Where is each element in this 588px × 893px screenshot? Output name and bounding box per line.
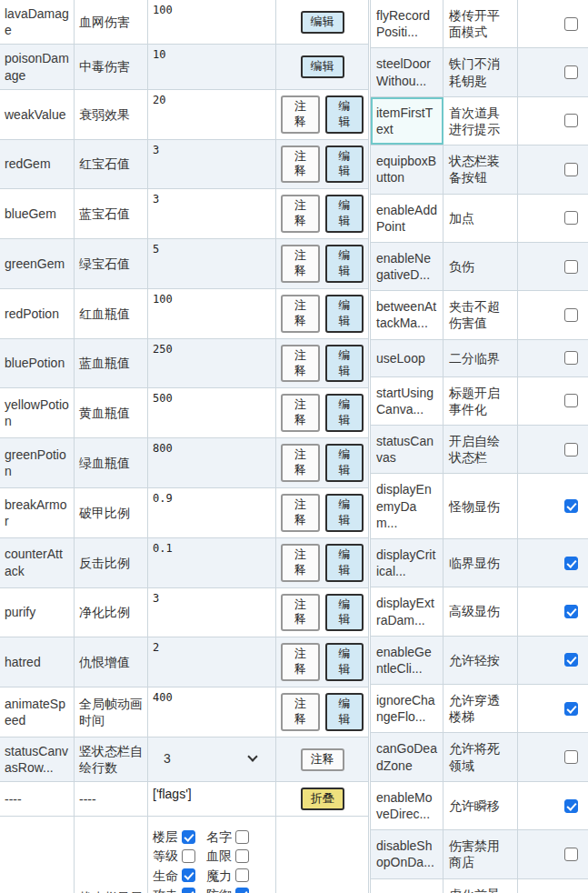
config-key[interactable]: ignoreChangeFlo...	[371, 685, 443, 732]
comment-button[interactable]: 注释	[281, 245, 320, 283]
config-key[interactable]: statusCanvasRow...	[0, 737, 75, 781]
edit-button[interactable]: 编辑	[325, 643, 364, 681]
edit-button[interactable]: 编辑	[325, 345, 364, 383]
comment-button[interactable]: 注释	[281, 295, 320, 333]
config-value-cell[interactable]: 3	[148, 140, 276, 189]
config-value-cell[interactable]: 20	[148, 90, 276, 139]
comment-button[interactable]: 注释	[281, 594, 320, 632]
config-key[interactable]: hatred	[0, 637, 75, 687]
statusbar-option-生命-checkbox[interactable]	[182, 868, 195, 882]
config-key[interactable]: redPotion	[0, 289, 75, 338]
enableMoveDirec...-checkbox[interactable]	[564, 799, 578, 813]
statusbar-option-楼层-checkbox[interactable]	[182, 830, 195, 844]
config-value-cell[interactable]: 3	[148, 737, 276, 781]
comment-button[interactable]: 注释	[281, 444, 320, 482]
collapse-button[interactable]: 折叠	[301, 788, 344, 810]
itemFirstText-checkbox[interactable]	[564, 114, 578, 127]
config-key[interactable]: redGem	[0, 140, 75, 189]
config-key[interactable]: displayCritical...	[371, 539, 443, 587]
config-key[interactable]: blurFg	[371, 879, 443, 893]
config-key[interactable]: itemFirstText	[371, 97, 443, 145]
config-key[interactable]: displayExtraDam...	[371, 587, 443, 635]
edit-button[interactable]: 编辑	[325, 444, 364, 482]
canGoDeadZone-checkbox[interactable]	[564, 750, 578, 764]
displayEnemyDam...-checkbox[interactable]	[564, 499, 578, 513]
statusbar-option-名字-checkbox[interactable]	[235, 830, 249, 844]
config-value-cell[interactable]: 100	[148, 0, 276, 44]
enableAddPoint-checkbox[interactable]	[564, 211, 578, 225]
comment-button[interactable]: 注释	[281, 544, 320, 582]
config-value-cell[interactable]: 10	[148, 45, 276, 88]
betweenAttackMa...-checkbox[interactable]	[564, 308, 578, 322]
comment-button[interactable]: 注释	[281, 494, 320, 532]
config-key[interactable]: greenPotion	[0, 438, 75, 487]
config-value-cell[interactable]: 800	[148, 438, 276, 487]
config-key[interactable]: animateSpeed	[0, 687, 75, 737]
statusbar-option-等级-checkbox[interactable]	[182, 849, 195, 863]
steelDoorWithou...-checkbox[interactable]	[564, 65, 578, 79]
statusbar-option-魔力-checkbox[interactable]	[235, 868, 249, 882]
edit-button[interactable]: 编辑	[325, 494, 364, 532]
equipboxButton-checkbox[interactable]	[564, 163, 578, 176]
comment-button[interactable]: 注释	[281, 145, 320, 184]
comment-button[interactable]: 注释	[281, 95, 320, 134]
comment-button[interactable]: 注释	[281, 345, 320, 383]
comment-button[interactable]: 注释	[281, 643, 320, 681]
config-key[interactable]: yellowPotion	[0, 388, 75, 437]
statusbar-option-血限-checkbox[interactable]	[235, 849, 249, 863]
config-key[interactable]: enableGentleCli...	[371, 637, 443, 684]
statusCanvas-checkbox[interactable]	[564, 443, 578, 457]
config-value-cell[interactable]: 0.1	[148, 538, 276, 587]
enableGentleCli...-checkbox[interactable]	[564, 653, 578, 667]
config-key[interactable]: greenGem	[0, 239, 75, 288]
edit-button[interactable]: 编辑	[325, 394, 364, 432]
edit-button[interactable]: 编辑	[325, 594, 364, 632]
config-key[interactable]: startUsingCanva...	[371, 377, 443, 425]
statusbar-option-攻击-checkbox[interactable]	[182, 888, 195, 893]
config-value-cell[interactable]: 500	[148, 388, 276, 437]
config-key[interactable]: ----	[0, 782, 75, 816]
config-key[interactable]: steelDoorWithou...	[371, 48, 443, 95]
edit-button[interactable]: 编辑	[325, 693, 364, 731]
disableShopOnDa...-checkbox[interactable]	[564, 848, 578, 861]
comment-button[interactable]: 注释	[301, 748, 344, 771]
comment-button[interactable]: 注释	[281, 394, 320, 432]
config-value-cell[interactable]: 0.9	[148, 488, 276, 537]
config-key[interactable]: enableMoveDirec...	[371, 782, 443, 829]
edit-button[interactable]: 编辑	[325, 295, 364, 333]
startUsingCanva...-checkbox[interactable]	[564, 394, 578, 407]
config-key[interactable]: lavaDamage	[0, 0, 75, 44]
config-value-cell[interactable]: 3	[148, 189, 276, 238]
enableNegativeD...-checkbox[interactable]	[564, 260, 578, 274]
flyRecordPositi...-checkbox[interactable]	[564, 17, 578, 31]
config-key[interactable]: blueGem	[0, 189, 75, 238]
edit-button[interactable]: 编辑	[325, 245, 364, 283]
edit-button[interactable]: 编辑	[325, 195, 364, 233]
config-value-cell[interactable]: 400	[148, 687, 276, 737]
config-key[interactable]: weakValue	[0, 90, 75, 139]
displayExtraDam...-checkbox[interactable]	[564, 605, 578, 618]
config-key[interactable]: bluePotion	[0, 339, 75, 388]
config-key[interactable]: equipboxButton	[371, 145, 443, 193]
edit-button[interactable]: 编辑	[301, 11, 344, 34]
config-key[interactable]: betweenAttackMa...	[371, 291, 443, 338]
config-key[interactable]: displayEnemyDam...	[371, 474, 443, 538]
statusbar-option-防御-checkbox[interactable]	[235, 888, 249, 893]
config-key[interactable]: breakArmor	[0, 488, 75, 537]
config-value-cell[interactable]: 2	[148, 637, 276, 687]
config-value-cell[interactable]: 250	[148, 339, 276, 388]
config-value-cell[interactable]: 3	[148, 588, 276, 637]
row-count-select[interactable]: 3	[153, 748, 271, 768]
edit-button[interactable]: 编辑	[325, 95, 364, 134]
edit-button[interactable]: 编辑	[325, 145, 364, 184]
config-key[interactable]: canGoDeadZone	[371, 733, 443, 780]
config-key[interactable]: useLoop	[371, 340, 443, 376]
config-key[interactable]: enableAddPoint	[371, 195, 443, 242]
config-key[interactable]: statusCanvas	[371, 426, 443, 473]
edit-button[interactable]: 编辑	[301, 55, 344, 78]
config-key[interactable]: poisonDamage	[0, 45, 75, 88]
displayCritical...-checkbox[interactable]	[564, 557, 578, 570]
useLoop-checkbox[interactable]	[564, 351, 578, 365]
ignoreChangeFlo...-checkbox[interactable]	[564, 702, 578, 716]
config-value-cell[interactable]: 5	[148, 239, 276, 288]
